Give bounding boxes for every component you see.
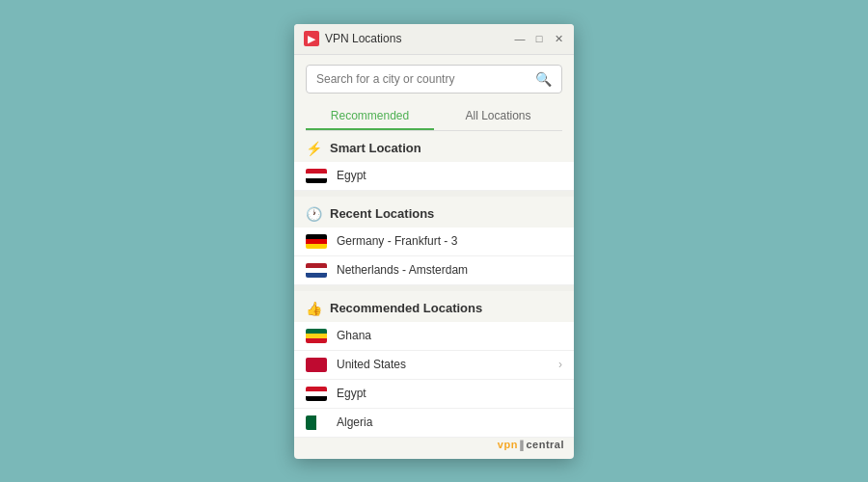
location-name: Netherlands - Amsterdam xyxy=(337,263,562,277)
app-icon: ▶ xyxy=(304,31,319,46)
list-item[interactable]: Netherlands - Amsterdam xyxy=(294,256,574,285)
chevron-right-icon: › xyxy=(558,358,562,371)
recent-title: Recent Locations xyxy=(330,206,434,221)
location-name: Egypt xyxy=(337,387,562,400)
recent-icon: 🕐 xyxy=(306,206,322,222)
minimize-button[interactable]: — xyxy=(514,33,526,44)
tabs-container: Recommended All Locations xyxy=(306,103,562,131)
smart-location-icon: ⚡ xyxy=(306,141,322,156)
list-item[interactable]: Egypt xyxy=(294,380,574,409)
flag-usa xyxy=(306,358,327,372)
close-button[interactable]: ✕ xyxy=(553,33,564,44)
location-name: United States xyxy=(337,358,549,371)
watermark-vpn: vpn xyxy=(498,439,518,450)
location-name: Germany - Frankfurt - 3 xyxy=(337,234,562,248)
watermark-pipe: ‖ xyxy=(519,439,526,450)
location-list: ⚡ Smart Location Egypt 🕐 Recent Location… xyxy=(294,131,574,459)
title-bar-left: ▶ VPN Locations xyxy=(304,31,401,46)
smart-location-title: Smart Location xyxy=(330,141,421,155)
section-recommended-header: 👍 Recommended Locations xyxy=(294,291,574,322)
recommended-title: Recommended Locations xyxy=(330,301,482,315)
flag-ghana xyxy=(306,329,327,343)
vpn-watermark: vpn‖central xyxy=(498,439,564,451)
location-name: Algeria xyxy=(337,415,562,429)
search-input[interactable] xyxy=(316,72,535,86)
search-icon: 🔍 xyxy=(535,71,552,87)
list-item[interactable]: Egypt xyxy=(294,162,574,191)
flag-egypt xyxy=(306,169,327,183)
section-smart-location-header: ⚡ Smart Location xyxy=(294,131,574,162)
list-item[interactable]: Algeria xyxy=(294,409,574,438)
location-name: Ghana xyxy=(337,329,562,342)
flag-netherlands xyxy=(306,263,327,278)
watermark-central: central xyxy=(526,439,564,450)
vpn-locations-window: ▶ VPN Locations — □ ✕ 🔍 Recommended All … xyxy=(294,24,574,459)
window-controls: — □ ✕ xyxy=(514,33,564,44)
tab-recommended[interactable]: Recommended xyxy=(306,103,434,130)
maximize-button[interactable]: □ xyxy=(533,33,545,44)
list-item[interactable]: United States › xyxy=(294,351,574,380)
flag-germany xyxy=(306,234,327,249)
tab-all-locations[interactable]: All Locations xyxy=(434,103,562,130)
title-bar: ▶ VPN Locations — □ ✕ xyxy=(294,24,574,55)
flag-algeria xyxy=(306,415,327,430)
flag-egypt-2 xyxy=(306,387,327,401)
recommended-icon: 👍 xyxy=(306,301,322,316)
window-title: VPN Locations xyxy=(325,32,401,45)
section-recent-header: 🕐 Recent Locations xyxy=(294,197,574,228)
search-bar[interactable]: 🔍 xyxy=(306,65,562,94)
location-name: Egypt xyxy=(337,169,562,182)
top-content: 🔍 Recommended All Locations xyxy=(294,55,574,131)
list-item[interactable]: Germany - Frankfurt - 3 xyxy=(294,228,574,256)
list-item[interactable]: Ghana xyxy=(294,322,574,351)
